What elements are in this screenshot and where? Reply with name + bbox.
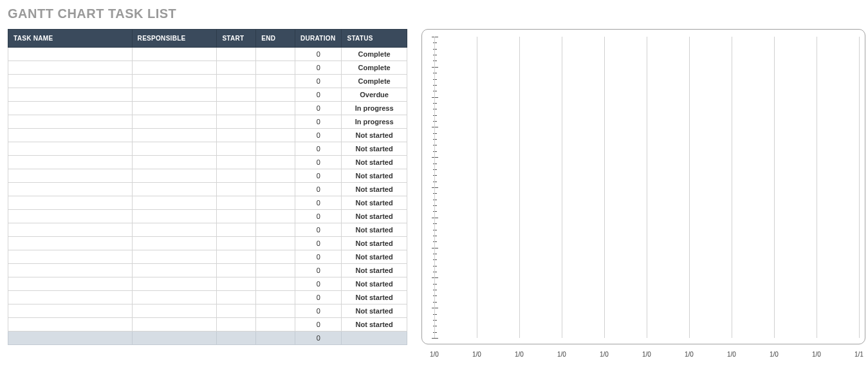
cell-duration[interactable]: 0 bbox=[295, 264, 342, 277]
cell-start[interactable] bbox=[217, 223, 256, 237]
table-row[interactable]: 0Not started bbox=[8, 156, 407, 169]
cell-status[interactable]: Not started bbox=[342, 196, 407, 210]
cell-duration[interactable]: 0 bbox=[295, 304, 342, 318]
table-row[interactable]: 0Not started bbox=[8, 223, 407, 237]
cell-start[interactable] bbox=[217, 291, 256, 304]
cell-task-name[interactable] bbox=[8, 48, 133, 61]
cell-duration[interactable]: 0 bbox=[295, 223, 342, 237]
cell-task-name[interactable] bbox=[8, 142, 133, 156]
cell-start[interactable] bbox=[217, 264, 256, 277]
cell-responsible[interactable] bbox=[132, 75, 217, 88]
cell-task-name[interactable] bbox=[8, 156, 133, 169]
cell-end[interactable] bbox=[256, 196, 295, 210]
cell-status[interactable]: Not started bbox=[342, 250, 407, 264]
cell-status[interactable]: In progress bbox=[342, 102, 407, 115]
cell-end[interactable] bbox=[256, 277, 295, 291]
cell-start[interactable] bbox=[217, 183, 256, 196]
table-row[interactable]: 0Not started bbox=[8, 196, 407, 210]
cell-status[interactable]: Overdue bbox=[342, 88, 407, 102]
cell-start[interactable] bbox=[217, 250, 256, 264]
cell-task-name[interactable] bbox=[8, 250, 133, 264]
cell-responsible[interactable] bbox=[132, 291, 217, 304]
cell-end[interactable] bbox=[256, 129, 295, 142]
cell-duration[interactable]: 0 bbox=[295, 88, 342, 102]
cell-responsible[interactable] bbox=[132, 142, 217, 156]
cell-duration[interactable]: 0 bbox=[295, 115, 342, 129]
cell-task-name[interactable] bbox=[8, 237, 133, 250]
cell-status[interactable]: Not started bbox=[342, 129, 407, 142]
cell-status[interactable]: Complete bbox=[342, 48, 407, 61]
cell-duration[interactable]: 0 bbox=[295, 142, 342, 156]
table-row[interactable]: 0Complete bbox=[8, 75, 407, 88]
cell-duration[interactable]: 0 bbox=[295, 237, 342, 250]
cell-end[interactable] bbox=[256, 61, 295, 75]
cell-start[interactable] bbox=[217, 237, 256, 250]
cell-responsible[interactable] bbox=[132, 304, 217, 318]
cell-start[interactable] bbox=[217, 318, 256, 332]
cell-responsible[interactable] bbox=[132, 169, 217, 183]
cell-duration[interactable]: 0 bbox=[295, 250, 342, 264]
cell-start[interactable] bbox=[217, 142, 256, 156]
table-row[interactable]: 0Not started bbox=[8, 304, 407, 318]
cell-end[interactable] bbox=[256, 48, 295, 61]
cell-responsible[interactable] bbox=[132, 250, 217, 264]
cell-end[interactable] bbox=[256, 304, 295, 318]
cell-responsible[interactable] bbox=[132, 102, 217, 115]
cell-responsible[interactable] bbox=[132, 223, 217, 237]
cell-end[interactable] bbox=[256, 250, 295, 264]
table-row[interactable]: 0Not started bbox=[8, 142, 407, 156]
cell-status[interactable]: Complete bbox=[342, 61, 407, 75]
cell-end[interactable] bbox=[256, 169, 295, 183]
cell-start[interactable] bbox=[217, 61, 256, 75]
cell-start[interactable] bbox=[217, 115, 256, 129]
table-row[interactable]: 0Not started bbox=[8, 169, 407, 183]
table-row[interactable]: 0Not started bbox=[8, 264, 407, 277]
cell-duration[interactable]: 0 bbox=[295, 61, 342, 75]
table-row[interactable]: 0Overdue bbox=[8, 88, 407, 102]
cell-status[interactable]: Not started bbox=[342, 264, 407, 277]
cell-task-name[interactable] bbox=[8, 196, 133, 210]
cell-responsible[interactable] bbox=[132, 277, 217, 291]
table-row[interactable]: 0Complete bbox=[8, 61, 407, 75]
cell-start[interactable] bbox=[217, 304, 256, 318]
cell-duration[interactable]: 0 bbox=[295, 129, 342, 142]
cell-task-name[interactable] bbox=[8, 210, 133, 223]
cell-end[interactable] bbox=[256, 102, 295, 115]
table-row[interactable]: 0Not started bbox=[8, 129, 407, 142]
table-row[interactable]: 0In progress bbox=[8, 115, 407, 129]
cell-responsible[interactable] bbox=[132, 196, 217, 210]
cell-duration[interactable]: 0 bbox=[295, 210, 342, 223]
table-row[interactable]: 0Not started bbox=[8, 237, 407, 250]
table-row[interactable]: 0Complete bbox=[8, 48, 407, 61]
cell-end[interactable] bbox=[256, 223, 295, 237]
cell-duration[interactable]: 0 bbox=[295, 277, 342, 291]
cell-responsible[interactable] bbox=[132, 48, 217, 61]
cell-status[interactable]: In progress bbox=[342, 115, 407, 129]
cell-status[interactable]: Complete bbox=[342, 75, 407, 88]
cell-status[interactable]: Not started bbox=[342, 223, 407, 237]
cell-task-name[interactable] bbox=[8, 61, 133, 75]
cell-task-name[interactable] bbox=[8, 129, 133, 142]
cell-status[interactable]: Not started bbox=[342, 210, 407, 223]
cell-end[interactable] bbox=[256, 88, 295, 102]
cell-status[interactable]: Not started bbox=[342, 291, 407, 304]
cell-duration[interactable]: 0 bbox=[295, 196, 342, 210]
cell-responsible[interactable] bbox=[132, 264, 217, 277]
cell-responsible[interactable] bbox=[132, 156, 217, 169]
cell-end[interactable] bbox=[256, 264, 295, 277]
cell-status[interactable]: Not started bbox=[342, 183, 407, 196]
cell-start[interactable] bbox=[217, 277, 256, 291]
cell-end[interactable] bbox=[256, 142, 295, 156]
cell-task-name[interactable] bbox=[8, 183, 133, 196]
cell-end[interactable] bbox=[256, 291, 295, 304]
cell-task-name[interactable] bbox=[8, 169, 133, 183]
cell-end[interactable] bbox=[256, 115, 295, 129]
table-row[interactable]: 0Not started bbox=[8, 318, 407, 332]
cell-duration[interactable]: 0 bbox=[295, 102, 342, 115]
cell-duration[interactable]: 0 bbox=[295, 48, 342, 61]
table-row[interactable]: 0Not started bbox=[8, 210, 407, 223]
cell-status[interactable]: Not started bbox=[342, 277, 407, 291]
cell-status[interactable]: Not started bbox=[342, 169, 407, 183]
cell-task-name[interactable] bbox=[8, 223, 133, 237]
cell-task-name[interactable] bbox=[8, 291, 133, 304]
